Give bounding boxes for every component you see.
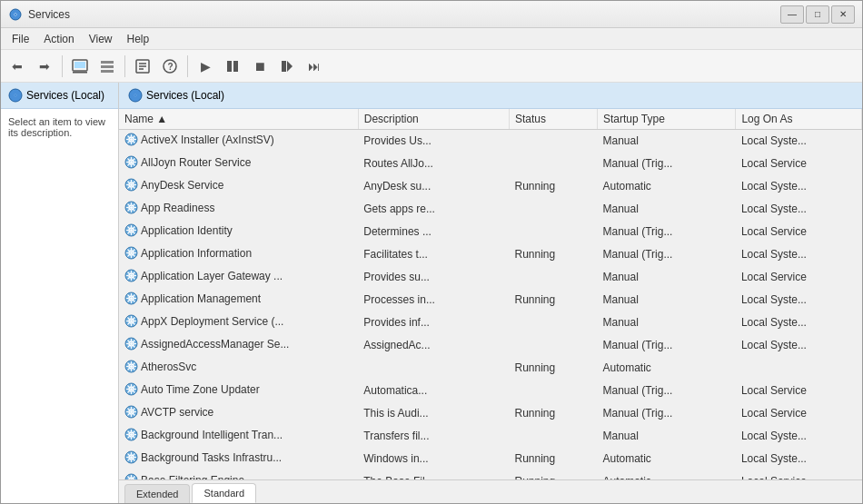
- table-row[interactable]: AnyDesk Service AnyDesk su...RunningAuto…: [119, 175, 862, 198]
- close-button[interactable]: ✕: [831, 5, 855, 24]
- svg-point-73: [130, 252, 133, 254]
- service-status-cell: [510, 153, 598, 175]
- start-service-button[interactable]: ▶: [193, 54, 218, 79]
- svg-rect-5: [101, 61, 114, 64]
- svg-point-103: [130, 320, 133, 322]
- service-status-cell: Running: [510, 289, 598, 311]
- service-startup-cell: Manual (Trig...: [598, 221, 736, 243]
- services-table[interactable]: Name ▲ Description Status Startup Type L…: [119, 109, 862, 479]
- menu-file[interactable]: File: [5, 31, 36, 47]
- table-row[interactable]: Auto Time Zone Updater Automatica...Manu…: [119, 380, 862, 402]
- service-logon-cell: Local Syste...: [736, 311, 862, 334]
- service-description-cell: Facilitates t...: [358, 243, 509, 266]
- col-description[interactable]: Description: [358, 109, 509, 130]
- service-logon-cell: Local Service: [736, 380, 862, 402]
- service-status-cell: [510, 221, 598, 243]
- pause-service-button[interactable]: [220, 54, 245, 79]
- table-row[interactable]: AppX Deployment Service (... Provides in…: [119, 311, 862, 334]
- table-row[interactable]: AssignedAccessManager Se... AssignedAc..…: [119, 334, 862, 357]
- svg-point-19: [14, 94, 17, 97]
- service-name-cell: ActiveX Installer (AxInstSV): [119, 130, 358, 153]
- tab-bar: Extended Standard: [119, 479, 862, 503]
- toolbar-separator-3: [187, 55, 188, 77]
- service-logon-cell: Local Syste...: [736, 198, 862, 221]
- table-header: Name ▲ Description Status Startup Type L…: [119, 109, 862, 130]
- col-name[interactable]: Name ▲: [119, 109, 358, 130]
- col-status[interactable]: Status: [510, 109, 598, 130]
- table-row[interactable]: ActiveX Installer (AxInstSV) Provides Us…: [119, 130, 862, 153]
- tab-extended[interactable]: Extended: [124, 484, 190, 503]
- svg-rect-15: [233, 61, 238, 72]
- table-row[interactable]: Application Layer Gateway ... Provides s…: [119, 266, 862, 289]
- service-startup-cell: Manual (Trig...: [598, 380, 736, 402]
- service-status-cell: [510, 130, 598, 153]
- service-name-cell: Base Filtering Engine: [119, 470, 358, 480]
- service-description-cell: [358, 357, 509, 380]
- svg-point-1: [15, 13, 17, 15]
- table-row[interactable]: Base Filtering Engine The Base Fil...Run…: [119, 470, 862, 480]
- resume-service-button[interactable]: ⏭: [302, 54, 327, 79]
- minimize-button[interactable]: —: [780, 5, 804, 24]
- title-bar: Services — □ ✕: [1, 1, 862, 28]
- list-view-button[interactable]: [94, 54, 120, 79]
- service-logon-cell: Local Syste...: [736, 289, 862, 311]
- back-button[interactable]: ⬅: [5, 54, 30, 79]
- table-row[interactable]: App Readiness Gets apps re...ManualLocal…: [119, 198, 862, 221]
- svg-point-133: [130, 388, 133, 390]
- service-status-cell: [510, 198, 598, 221]
- help-button[interactable]: ?: [157, 54, 183, 79]
- tab-standard[interactable]: Standard: [192, 483, 256, 503]
- window-controls: — □ ✕: [780, 5, 855, 24]
- service-description-cell: Provides su...: [358, 266, 509, 289]
- properties-button[interactable]: [130, 54, 155, 79]
- service-description-cell: Automatica...: [358, 380, 509, 402]
- service-logon-cell: Local Syste...: [736, 448, 862, 470]
- left-panel: Services (Local) Select an item to view …: [1, 83, 119, 503]
- service-logon-cell: Local Service: [736, 402, 862, 425]
- service-startup-cell: Automatic: [598, 448, 736, 470]
- table-row[interactable]: AVCTP service This is Audi...RunningManu…: [119, 402, 862, 425]
- table-row[interactable]: AllJoyn Router Service Routes AllJo...Ma…: [119, 153, 862, 175]
- service-description-cell: AnyDesk su...: [358, 175, 509, 198]
- col-logon[interactable]: Log On As: [736, 109, 862, 130]
- forward-button[interactable]: ➡: [32, 54, 57, 79]
- service-description-cell: Determines ...: [358, 221, 509, 243]
- menu-help[interactable]: Help: [120, 31, 157, 47]
- svg-point-93: [130, 297, 133, 300]
- show-console-button[interactable]: [67, 54, 93, 79]
- menu-action[interactable]: Action: [36, 31, 81, 47]
- stop-service-button[interactable]: ⏹: [247, 54, 273, 79]
- service-name-cell: AtherosSvc: [119, 357, 358, 380]
- table-row[interactable]: Application Management Processes in...Ru…: [119, 289, 862, 311]
- col-startup[interactable]: Startup Type: [598, 109, 736, 130]
- service-logon-cell: Local Syste...: [736, 334, 862, 357]
- service-name-cell: Application Layer Gateway ...: [119, 266, 358, 289]
- service-name-cell: AVCTP service: [119, 402, 358, 425]
- table-row[interactable]: Background Intelligent Tran... Transfers…: [119, 425, 862, 448]
- table-row[interactable]: Application Information Facilitates t...…: [119, 243, 862, 266]
- svg-rect-16: [282, 61, 286, 72]
- table-row[interactable]: AtherosSvc RunningAutomatic: [119, 357, 862, 380]
- right-panel-header: Services (Local): [119, 83, 862, 109]
- svg-rect-7: [101, 70, 114, 73]
- maximize-button[interactable]: □: [806, 5, 829, 24]
- svg-point-21: [134, 94, 137, 97]
- window-title: Services: [28, 8, 780, 21]
- service-description-cell: Gets apps re...: [358, 198, 509, 221]
- service-status-cell: Running: [510, 470, 598, 480]
- service-logon-cell: Local Syste...: [736, 243, 862, 266]
- svg-point-163: [130, 456, 133, 459]
- menu-view[interactable]: View: [82, 31, 120, 47]
- svg-rect-6: [101, 65, 114, 68]
- service-name-cell: AssignedAccessManager Se...: [119, 334, 358, 357]
- table-row[interactable]: Application Identity Determines ...Manua…: [119, 221, 862, 243]
- service-logon-cell: Local Service: [736, 221, 862, 243]
- svg-rect-14: [227, 61, 232, 72]
- service-status-cell: [510, 266, 598, 289]
- service-startup-cell: Manual: [598, 130, 736, 153]
- service-startup-cell: Manual: [598, 311, 736, 334]
- toolbar: ⬅ ➡: [1, 50, 862, 83]
- svg-text:?: ?: [168, 62, 174, 72]
- restart-service-button[interactable]: [274, 54, 300, 79]
- table-row[interactable]: Background Tasks Infrastru... Windows in…: [119, 448, 862, 470]
